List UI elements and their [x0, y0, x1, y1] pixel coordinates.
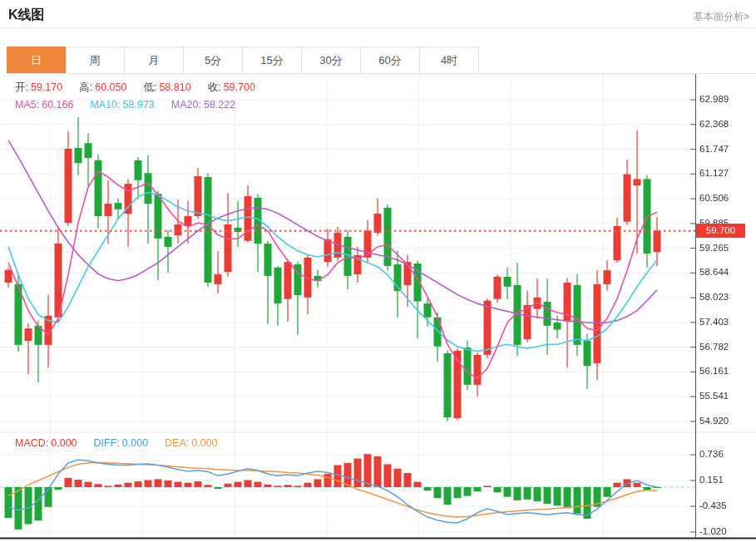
- value: 0.000: [51, 437, 77, 449]
- price-tick-label: 62.989: [699, 94, 753, 104]
- label: DEA:: [165, 437, 189, 449]
- price-tick-label: 58.023: [699, 292, 753, 302]
- macd-dea: DEA:0.000: [165, 437, 217, 449]
- label: 收:: [208, 81, 221, 93]
- price-tick-label: 62.368: [699, 119, 753, 129]
- value: 60.050: [95, 81, 126, 93]
- label: MA5:: [15, 99, 39, 111]
- macd-info-row: MACD:0.000DIFF:0.000DEA:0.000: [15, 437, 235, 449]
- price-tick-label: 57.403: [699, 317, 753, 327]
- ma-info-row: MA5:60.166MA10:58.973MA20:58.222: [15, 99, 252, 111]
- value: 60.166: [42, 99, 73, 111]
- label: MA10:: [90, 99, 120, 111]
- tab-30分[interactable]: 30分: [302, 47, 361, 73]
- fundamental-analysis-link[interactable]: 基本面分析>: [694, 10, 749, 24]
- macd-diff: DIFF:0.000: [94, 437, 149, 449]
- macd-tick-label: 0.736: [699, 449, 753, 459]
- ma-ma20: MA20:58.222: [171, 99, 235, 111]
- value: 58.222: [204, 99, 235, 111]
- macd-macd: MACD:0.000: [15, 437, 77, 449]
- header-divider: [0, 27, 756, 28]
- price-tick-label: 58.644: [699, 267, 753, 277]
- value: 59.700: [224, 81, 255, 93]
- label: MACD:: [15, 437, 48, 449]
- value: 58.810: [159, 81, 190, 93]
- tab-5分[interactable]: 5分: [184, 47, 243, 73]
- price-tick-label: 56.782: [699, 342, 753, 352]
- ohlc-low: 低:58.810: [143, 81, 190, 93]
- page-title: K线图: [8, 7, 45, 24]
- tab-周[interactable]: 周: [66, 47, 125, 73]
- period-tabbar: 日周月5分15分30分60分4时: [7, 47, 756, 74]
- price-tick-label: 59.265: [699, 243, 753, 253]
- tab-月[interactable]: 月: [125, 47, 184, 73]
- ma-ma5: MA5:60.166: [15, 99, 73, 111]
- price-tick-label: 54.920: [699, 416, 753, 426]
- tab-15分[interactable]: 15分: [243, 47, 302, 73]
- price-tick-label: 61.747: [699, 144, 753, 154]
- price-tick-label: 60.506: [699, 193, 753, 203]
- current-price-badge: 59.700: [696, 224, 745, 238]
- kline-page: K线图 基本面分析> 日周月5分15分30分60分4时 开:59.170高:60…: [0, 0, 756, 542]
- label: 高:: [79, 81, 92, 93]
- price-tick-label: 61.127: [699, 168, 753, 178]
- value: 58.973: [123, 99, 155, 111]
- value: 59.170: [31, 81, 62, 93]
- ohlc-open: 开:59.170: [15, 81, 62, 93]
- ohlc-high: 高:60.050: [79, 81, 126, 93]
- value: 0.000: [122, 437, 148, 449]
- tab-60分[interactable]: 60分: [361, 47, 420, 73]
- tab-日[interactable]: 日: [7, 47, 66, 73]
- ma-ma10: MA10:58.973: [90, 99, 154, 111]
- ohlc-info-row: 开:59.170高:60.050低:58.810收:59.700: [15, 81, 272, 95]
- price-tick-label: 56.161: [699, 366, 753, 376]
- label: DIFF:: [94, 437, 120, 449]
- macd-tick-label: -0.435: [699, 500, 753, 510]
- value: 0.000: [191, 437, 217, 449]
- macd-tick-label: -1.020: [699, 526, 753, 536]
- macd-tick-label: 0.151: [699, 475, 753, 485]
- label: MA20:: [171, 99, 201, 111]
- price-tick-label: 55.541: [699, 391, 753, 401]
- ohlc-close: 收:59.700: [208, 81, 255, 93]
- label: 低:: [143, 81, 156, 93]
- label: 开:: [15, 81, 28, 93]
- tab-4时[interactable]: 4时: [420, 47, 479, 73]
